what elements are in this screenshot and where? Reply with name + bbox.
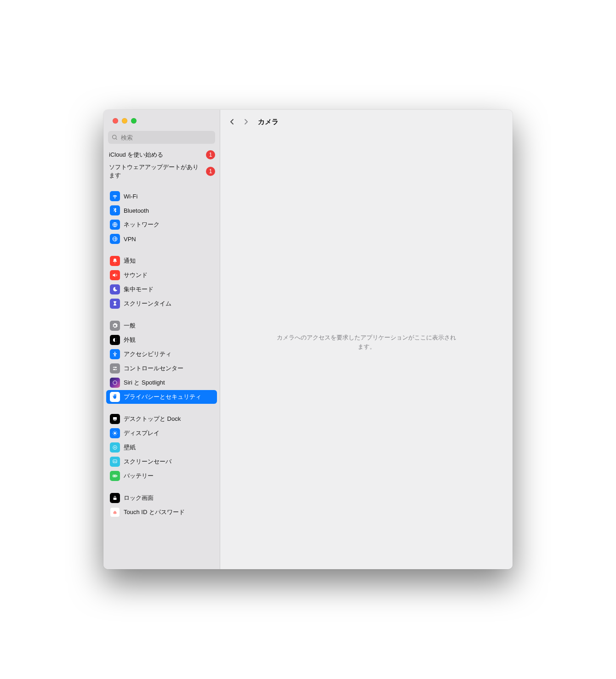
sidebar-item-label: Siri と Spotlight (124, 379, 165, 387)
sidebar-item-label: 集中モード (124, 285, 154, 294)
sidebar-item-label: Bluetooth (124, 207, 149, 214)
svg-rect-12 (114, 420, 116, 421)
notice-badge: 1 (206, 167, 215, 176)
sidebar-item-label: 壁紙 (124, 443, 136, 452)
sidebar-item-wifi[interactable]: Wi-Fi (106, 189, 217, 203)
sidebar-item-label: スクリーンタイム (124, 300, 171, 308)
sidebar-item-screensaver[interactable]: スクリーンセーバ (106, 455, 217, 469)
sidebar-item-label: VPN (124, 236, 136, 243)
svg-point-9 (115, 369, 116, 370)
wifi-icon (110, 191, 120, 201)
sidebar-item-bluetooth[interactable]: Bluetooth (106, 204, 217, 217)
sidebar-item-vpn[interactable]: VPN (106, 232, 217, 246)
sidebar-item-display[interactable]: ディスプレイ (106, 426, 217, 440)
sidebar-item-label: アクセシビリティ (124, 350, 171, 358)
sidebar-item-label: 一般 (124, 322, 136, 330)
sidebar-item-privacy-security[interactable]: プライバシーとセキュリティ (106, 390, 217, 404)
fingerprint-icon (110, 507, 120, 517)
sidebar-item-sound[interactable]: サウンド (106, 268, 217, 282)
sidebar-notice-software-update[interactable]: ソフトウェアアップデートがあります 1 (106, 161, 217, 181)
sidebar-item-siri[interactable]: Siri と Spotlight (106, 376, 217, 390)
sidebar-item-label: Touch ID とパスワード (124, 508, 185, 516)
sidebar-item-label: Wi-Fi (124, 193, 137, 200)
network-icon (110, 220, 120, 230)
battery-icon (110, 471, 120, 481)
notice-label: iCloud を使い始める (109, 151, 166, 159)
svg-rect-6 (113, 367, 117, 368)
notice-label: ソフトウェアアップデートがあります (109, 163, 206, 180)
sidebar-item-control-center[interactable]: コントロールセンター (106, 362, 217, 375)
sidebar-item-label: 通知 (124, 257, 136, 265)
settings-window: iCloud を使い始める 1 ソフトウェアアップデートがあります 1 Wi-F… (103, 110, 513, 569)
sidebar-item-label: ディスプレイ (124, 429, 160, 437)
svg-point-14 (113, 446, 117, 449)
sound-icon (110, 270, 120, 280)
siri-icon (110, 378, 120, 388)
sidebar-item-general[interactable]: 一般 (106, 319, 217, 333)
forward-button[interactable] (242, 118, 250, 125)
sidebar-item-focus[interactable]: 集中モード (106, 283, 217, 296)
lock-icon (110, 493, 120, 503)
gear-icon (110, 321, 120, 331)
svg-point-15 (114, 447, 115, 448)
moon-icon (110, 284, 120, 294)
sidebar-item-label: サウンド (124, 271, 148, 279)
zoom-button[interactable] (131, 118, 137, 124)
sidebar-item-appearance[interactable]: 外観 (106, 333, 217, 347)
hand-icon (110, 392, 120, 402)
wallpaper-icon (110, 442, 120, 453)
back-button[interactable] (228, 118, 236, 125)
notice-badge: 1 (206, 150, 215, 159)
sidebar-item-desktop-dock[interactable]: デスクトップと Dock (106, 412, 217, 426)
main-content: カメラ カメラへのアクセスを要求したアプリケーションがここに表示されます。 (220, 110, 513, 569)
sidebar-item-touchid[interactable]: Touch ID とパスワード (106, 505, 217, 519)
sidebar: iCloud を使い始める 1 ソフトウェアアップデートがあります 1 Wi-F… (103, 110, 220, 569)
sidebar-item-wallpaper[interactable]: 壁紙 (106, 441, 217, 454)
svg-point-10 (113, 381, 117, 385)
sidebar-item-lock-screen[interactable]: ロック画面 (106, 491, 217, 505)
sidebar-item-label: コントロールセンター (124, 364, 183, 373)
bluetooth-icon (110, 205, 120, 215)
svg-point-5 (114, 352, 115, 353)
svg-rect-16 (113, 460, 117, 463)
display-icon (110, 428, 120, 438)
svg-rect-20 (114, 498, 117, 500)
search-container (108, 131, 215, 144)
sidebar-item-label: ネットワーク (124, 221, 160, 229)
hourglass-icon (110, 299, 120, 309)
sidebar-item-accessibility[interactable]: アクセシビリティ (106, 347, 217, 361)
close-button[interactable] (113, 118, 118, 124)
svg-rect-7 (113, 369, 117, 370)
sidebar-item-label: ロック画面 (124, 494, 154, 502)
window-controls (103, 110, 220, 124)
sidebar-notice-icloud[interactable]: iCloud を使い始める 1 (106, 148, 217, 161)
appearance-icon (110, 335, 120, 345)
sidebar-item-label: バッテリー (124, 472, 154, 480)
desktop-icon (110, 414, 120, 424)
svg-point-8 (114, 367, 114, 368)
sidebar-item-label: 外観 (124, 336, 136, 344)
empty-state-message: カメラへのアクセスを要求したアプリケーションがここに表示されます。 (274, 333, 458, 351)
screensaver-icon (110, 457, 120, 467)
sidebar-item-label: デスクトップと Dock (124, 415, 181, 423)
switches-icon (110, 363, 120, 373)
sidebar-item-notifications[interactable]: 通知 (106, 254, 217, 268)
sidebar-item-label: プライバシーとセキュリティ (124, 393, 201, 401)
sidebar-item-network[interactable]: ネットワーク (106, 218, 217, 232)
minimize-button[interactable] (122, 118, 127, 124)
svg-rect-18 (117, 475, 117, 476)
sidebar-item-screentime[interactable]: スクリーンタイム (106, 297, 217, 311)
sidebar-item-label: スクリーンセーバ (124, 458, 171, 466)
search-input[interactable] (108, 131, 215, 144)
page-title: カメラ (258, 118, 279, 126)
main-body: カメラへのアクセスを要求したアプリケーションがここに表示されます。 (220, 134, 513, 569)
accessibility-icon (110, 349, 120, 359)
main-header: カメラ (220, 110, 513, 134)
bell-icon (110, 256, 120, 266)
svg-point-13 (114, 432, 116, 435)
vpn-icon (110, 234, 120, 244)
sidebar-item-battery[interactable]: バッテリー (106, 469, 217, 483)
svg-rect-19 (114, 475, 116, 476)
svg-rect-11 (113, 417, 117, 420)
